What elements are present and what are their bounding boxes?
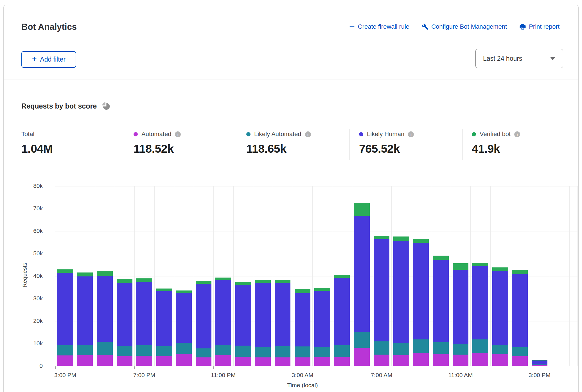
- bar-segment-automated: [492, 354, 508, 366]
- bar-segment-verified-bot: [334, 275, 350, 278]
- stacked-bar-1100am[interactable]: [453, 263, 468, 366]
- y-tick-label: 10k: [16, 340, 43, 347]
- stacked-bar-200pm[interactable]: [512, 270, 528, 366]
- y-tick-label: 80k: [16, 183, 43, 189]
- time-range-select[interactable]: Last 24 hours: [475, 49, 563, 68]
- y-tick-label: 0: [16, 362, 43, 369]
- bar-segment-automated: [235, 357, 251, 366]
- info-icon[interactable]: i: [514, 131, 520, 137]
- stacked-bar-900am[interactable]: [413, 239, 429, 366]
- stacked-bar-600pm[interactable]: [117, 279, 132, 366]
- bar-segment-verified-bot: [136, 278, 152, 282]
- bar-segment-likely-automated: [275, 346, 290, 357]
- bar-segment-likely-automated: [97, 342, 113, 355]
- stat-value: 41.9k: [472, 142, 520, 156]
- printer-icon: [519, 23, 526, 30]
- bar-segment-automated: [156, 356, 172, 366]
- stacked-bar-200am[interactable]: [275, 280, 290, 366]
- add-filter-button[interactable]: + Add filter: [21, 51, 76, 68]
- bar-segment-likely-automated: [413, 339, 429, 353]
- stacked-bar-1200am[interactable]: [235, 282, 251, 366]
- stacked-bar-1200pm[interactable]: [472, 263, 488, 366]
- bar-segment-likely-automated: [235, 346, 251, 357]
- stacked-bar-400am[interactable]: [314, 288, 330, 366]
- stat-label: Likely Human: [367, 130, 404, 138]
- gridline-vertical: [431, 186, 431, 366]
- bar-segment-automated: [136, 356, 152, 366]
- bar-segment-likely-human: [295, 293, 310, 347]
- add-filter-label: Add filter: [40, 56, 66, 63]
- chevron-down-icon: [550, 57, 556, 60]
- print-report-link[interactable]: Print report: [519, 23, 560, 30]
- stacked-bar-300pm[interactable]: [532, 360, 547, 366]
- configure-bot-management-link[interactable]: Configure Bot Management: [422, 23, 507, 30]
- bar-segment-likely-automated: [215, 345, 231, 355]
- bar-segment-automated: [215, 355, 231, 366]
- gridline-vertical: [530, 186, 530, 366]
- bar-segment-verified-bot: [295, 289, 310, 293]
- y-tick-label: 70k: [16, 205, 43, 212]
- stacked-bar-300pm[interactable]: [57, 269, 73, 366]
- bar-segment-likely-automated: [354, 332, 370, 348]
- gridline-vertical: [411, 186, 411, 366]
- bar-segment-likely-human: [77, 276, 93, 345]
- gridline-vertical: [273, 186, 273, 366]
- bar-segment-likely-automated: [433, 342, 449, 354]
- bar-segment-verified-bot: [453, 263, 468, 270]
- stacked-bar-800pm[interactable]: [156, 289, 172, 366]
- stacked-bar-1000pm[interactable]: [196, 281, 211, 366]
- bar-segment-automated: [314, 357, 330, 366]
- stat-likely-human: Likely Humani765.52k: [349, 129, 462, 160]
- bar-segment-likely-human: [453, 270, 468, 343]
- bar-segment-likely-automated: [492, 345, 508, 354]
- gridline-vertical: [154, 186, 155, 366]
- bar-segment-likely-automated: [295, 346, 310, 357]
- gridline-vertical: [134, 186, 135, 366]
- stacked-bar-600am[interactable]: [354, 203, 370, 366]
- stacked-bar-300am[interactable]: [295, 289, 310, 366]
- gridline-vertical: [451, 186, 451, 366]
- bar-segment-verified-bot: [413, 239, 429, 243]
- bar-segment-likely-human: [117, 283, 132, 346]
- x-tick-mark: [372, 366, 372, 369]
- bar-segment-automated: [334, 357, 350, 366]
- bar-segment-automated: [97, 355, 113, 366]
- gridline-horizontal: [55, 209, 578, 209]
- stat-value: 765.52k: [359, 142, 462, 156]
- gridline-vertical: [391, 186, 392, 366]
- stacked-bar-700pm[interactable]: [136, 278, 152, 366]
- pie-chart-icon: [102, 102, 110, 111]
- x-tick-mark: [293, 366, 293, 369]
- info-icon[interactable]: i: [408, 131, 414, 137]
- bar-segment-automated: [393, 355, 409, 366]
- stacked-bar-800am[interactable]: [393, 236, 409, 366]
- info-icon[interactable]: i: [175, 131, 181, 137]
- gridline-vertical: [115, 186, 115, 366]
- create-firewall-rule-link[interactable]: Create firewall rule: [349, 23, 409, 30]
- stacked-bar-100am[interactable]: [255, 280, 271, 366]
- bar-segment-likely-automated: [156, 346, 172, 357]
- page-title: Bot Analytics: [21, 22, 77, 32]
- stacked-bar-400pm[interactable]: [77, 272, 93, 366]
- y-tick-label: 60k: [16, 227, 43, 234]
- bar-segment-automated: [57, 355, 73, 366]
- time-range-value: Last 24 hours: [483, 55, 550, 62]
- stacked-bar-700am[interactable]: [374, 236, 389, 366]
- x-tick-label: 3:00 PM: [43, 372, 88, 379]
- stacked-bar-500pm[interactable]: [97, 271, 113, 366]
- bar-segment-verified-bot: [196, 281, 211, 284]
- stat-label: Verified bot: [480, 130, 511, 138]
- create-firewall-rule-label: Create firewall rule: [358, 23, 409, 30]
- bar-segment-verified-bot: [235, 282, 251, 285]
- stacked-bar-500am[interactable]: [334, 275, 350, 366]
- bar-segment-verified-bot: [57, 269, 73, 273]
- stacked-bar-1000am[interactable]: [433, 256, 449, 366]
- stacked-bar-1100pm[interactable]: [215, 278, 231, 366]
- info-icon[interactable]: i: [305, 131, 311, 137]
- gridline-vertical: [569, 186, 570, 366]
- bar-segment-likely-automated: [117, 346, 132, 356]
- bot-score-stacked-bar-chart[interactable]: [55, 186, 578, 366]
- stacked-bar-900pm[interactable]: [176, 290, 192, 366]
- print-report-label: Print report: [529, 23, 560, 30]
- stacked-bar-100pm[interactable]: [492, 267, 508, 366]
